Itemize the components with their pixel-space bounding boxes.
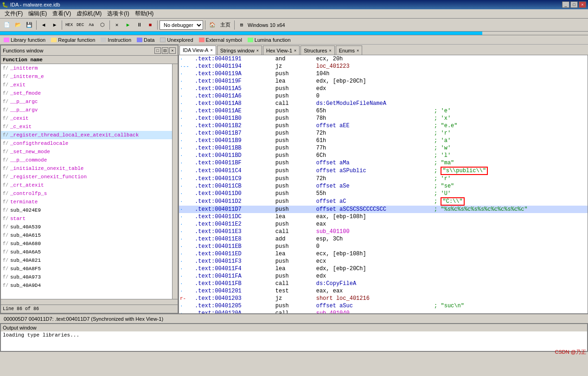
tab-strings-close[interactable]: × [256, 48, 259, 53]
tab-structures[interactable]: Structures × [300, 45, 334, 55]
code-row-20[interactable]: ·.text:004011D7pushoffset aSCSCSSCCCCSCC… [179, 206, 588, 213]
code-row-13[interactable]: ·.text:004011BDpush6Ch; 'l' [179, 152, 588, 159]
code-row-11[interactable]: ·.text:004011B9push61h; 'a' [179, 137, 588, 144]
code-row-16[interactable]: ·.text:004011C9push72h; 'r' [179, 175, 588, 182]
code-row-0[interactable]: ·.text:00401191andecx, 20h [179, 55, 588, 63]
function-item-0[interactable]: f/_initterm [1, 64, 172, 72]
code-row-26[interactable]: ·.text:004011EDleaecx, [ebp-108h] [179, 250, 588, 258]
tb-open[interactable]: 📂 [13, 20, 23, 30]
function-item-22[interactable]: f/sub_40A6A5 [1, 248, 172, 256]
function-item-11[interactable]: f/__p__commode [1, 156, 172, 164]
code-row-8[interactable]: ·.text:004011B0push78h; 'x' [179, 115, 588, 122]
function-item-5[interactable]: f/__p__argv [1, 106, 172, 114]
tab-enums-close[interactable]: × [357, 48, 359, 53]
code-row-31[interactable]: ·.text:00401201testeax, eax [179, 287, 588, 295]
function-item-26[interactable]: f/sub_40A9D4 [1, 281, 172, 290]
code-row-32[interactable]: r-.text:00401203jzshort loc_401216 [179, 295, 588, 302]
menu-tabs[interactable]: 选项卡(I) [104, 9, 132, 19]
function-item-4[interactable]: f/__p__argc [1, 97, 172, 106]
tb-new[interactable]: 📄 [2, 20, 12, 30]
tab-ida-view-close[interactable]: × [210, 48, 212, 52]
function-item-25[interactable]: f/sub_40A973 [1, 273, 172, 281]
tb-cross[interactable]: ✕ [112, 20, 122, 30]
tab-strings[interactable]: Strings window × [217, 45, 262, 55]
tab-hex-view[interactable]: Hex View-1 × [263, 45, 300, 55]
code-row-3[interactable]: ·.text:0040119Fleaedx, [ebp-20Ch] [179, 78, 588, 85]
tab-enums[interactable]: Enums × [336, 45, 363, 55]
code-row-33[interactable]: ·.text:00401205pushoffset aSuc; "suc\n" [179, 302, 588, 310]
code-row-18[interactable]: ·.text:004011D0push55h; 'U' [179, 190, 588, 197]
functions-max-btn[interactable]: ⊟ [162, 47, 168, 54]
code-row-22[interactable]: ·.text:004011E2pusheax [179, 220, 588, 228]
tb-back[interactable]: ◀ [38, 20, 49, 30]
function-item-21[interactable]: f/sub_40A680 [1, 240, 172, 248]
menu-vm[interactable]: 虚拟机(M) [74, 9, 104, 19]
function-item-23[interactable]: f/sub_40A821 [1, 256, 172, 265]
function-item-12[interactable]: f/_initialize_onexit_table [1, 164, 172, 173]
tb-stop[interactable]: ■ [145, 20, 155, 30]
code-row-21[interactable]: ·.text:004011DCleaeax, [ebp-108h] [179, 213, 588, 220]
code-row-19[interactable]: ·.text:004011D2pushoffset aC; "C:\\" [179, 197, 588, 206]
tab-hex-close[interactable]: × [294, 48, 296, 53]
function-item-20[interactable]: f/sub_40A615 [1, 231, 172, 240]
function-item-2[interactable]: f/_exit [1, 81, 172, 89]
function-item-18[interactable]: f/start [1, 214, 172, 223]
tb-hex[interactable]: HEX [64, 20, 74, 30]
functions-scrollbar[interactable] [172, 64, 178, 299]
code-row-15[interactable]: ·.text:004011C4pushoffset aSPublic; "s\\… [179, 167, 588, 175]
tab-ida-view[interactable]: IDA View-A × [179, 45, 216, 55]
code-row-9[interactable]: ·.text:004011B2pushoffset aEE; "e.e" [179, 122, 588, 130]
function-item-9[interactable]: f/_configthreadlocale [1, 139, 172, 148]
tb-save[interactable]: 💾 [24, 20, 34, 30]
code-row-30[interactable]: ·.text:004011FBcallds:CopyFileA [179, 280, 588, 287]
menu-file[interactable]: 文件(F) [2, 9, 26, 19]
code-row-28[interactable]: ·.text:004011F4leaedx, [ebp-20Ch] [179, 265, 588, 272]
function-item-16[interactable]: f/terminate [1, 198, 172, 206]
code-row-23[interactable]: ·.text:004011E3callsub_401100 [179, 228, 588, 235]
function-item-7[interactable]: f/_c_exit [1, 123, 172, 131]
tb-pause[interactable]: ⏸ [134, 20, 144, 30]
code-row-5[interactable]: ·.text:004011A6push0 [179, 92, 588, 100]
tb-graph[interactable]: ⬡ [97, 20, 108, 30]
menu-view[interactable]: 查看(V) [50, 9, 74, 19]
output-window[interactable]: loading type libraries... [0, 331, 588, 352]
function-item-13[interactable]: f/_register_onexit_function [1, 173, 172, 181]
minimize-btn[interactable]: _ [562, 1, 569, 8]
menu-edit[interactable]: 编辑(E) [26, 9, 50, 19]
function-item-17[interactable]: f/sub_4024E9 [1, 206, 172, 214]
tab-structures-close[interactable]: × [329, 48, 331, 53]
functions-restore-btn[interactable]: □ [154, 47, 161, 54]
code-row-34[interactable]: ·.text:0040120Acallsub_401040 [179, 310, 588, 314]
code-row-2[interactable]: ·.text:0040119Apush104h [179, 70, 588, 78]
function-item-8[interactable]: f/_register_thread_local_exe_atexit_call… [1, 131, 172, 139]
function-item-19[interactable]: f/sub_40A539 [1, 223, 172, 231]
functions-list[interactable]: f/_inittermf/_initterm_ef/_exitf/_set_fm… [1, 64, 172, 299]
code-row-24[interactable]: ·.text:004011E8addesp, 3Ch [179, 235, 588, 243]
function-item-14[interactable]: f/_crt_atexit [1, 181, 172, 189]
debugger-select[interactable]: No debugger [160, 20, 203, 30]
function-item-1[interactable]: f/_initterm_e [1, 72, 172, 81]
function-item-6[interactable]: f/_cexit [1, 114, 172, 123]
function-item-10[interactable]: f/_set_new_mode [1, 148, 172, 156]
code-row-10[interactable]: ·.text:004011B7push72h; 'r' [179, 130, 588, 137]
code-row-7[interactable]: ·.text:004011AEpush65h; 'e' [179, 107, 588, 115]
tb-text[interactable]: Aa [86, 20, 96, 30]
function-item-15[interactable]: f/_controlfp_s [1, 189, 172, 198]
function-item-24[interactable]: f/sub_40A8F5 [1, 265, 172, 273]
function-item-3[interactable]: f/_set_fmode [1, 89, 172, 97]
code-row-12[interactable]: ·.text:004011BBpush77h; 'w' [179, 144, 588, 152]
functions-close-btn[interactable]: × [169, 47, 176, 54]
tb-run[interactable]: ▶ [123, 20, 133, 30]
code-row-4[interactable]: ·.text:004011A5pushedx [179, 85, 588, 92]
code-row-29[interactable]: ·.text:004011FApushedx [179, 272, 588, 280]
code-view[interactable]: ·.text:00401191andecx, 20h·--.text:00401… [179, 55, 588, 314]
code-row-1[interactable]: ·--.text:00401194jzloc_401223 [179, 63, 588, 70]
code-row-14[interactable]: ·.text:004011BFpushoffset aMa; "ma" [179, 159, 588, 167]
tb-fwd[interactable]: ▶ [50, 20, 60, 30]
code-row-6[interactable]: ·.text:004011A8callds:GetModuleFileNameA [179, 100, 588, 107]
close-btn[interactable]: × [579, 1, 586, 8]
code-row-17[interactable]: ·.text:004011CBpushoffset aSe; "se" [179, 182, 588, 190]
maximize-btn[interactable]: □ [570, 1, 578, 8]
code-row-25[interactable]: ·.text:004011EBpush0 [179, 243, 588, 250]
tb-dec[interactable]: DEC [75, 20, 85, 30]
